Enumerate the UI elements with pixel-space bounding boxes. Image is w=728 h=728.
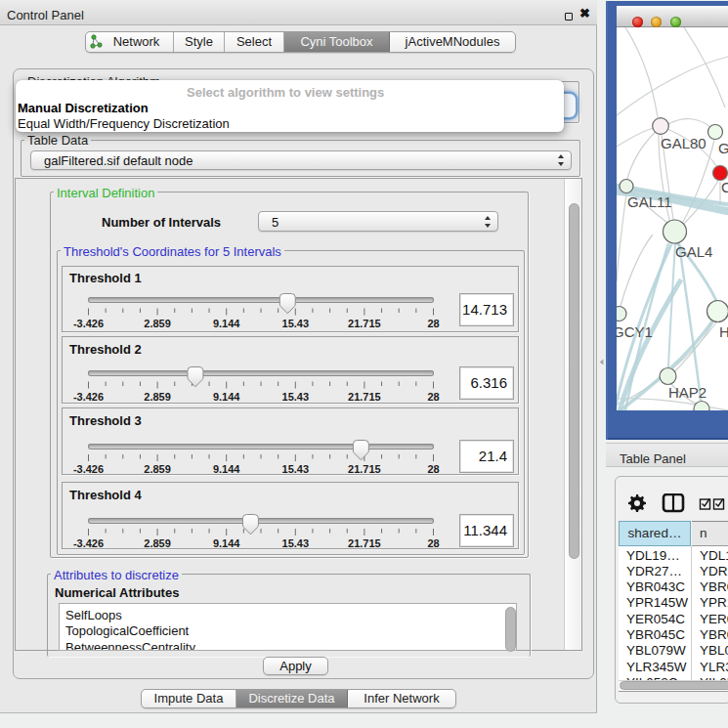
svg-text:C: C [721, 179, 728, 195]
svg-text:GA: GA [718, 140, 728, 156]
svg-text:HAP2: HAP2 [668, 384, 707, 401]
svg-text:GCY1: GCY1 [617, 323, 653, 340]
svg-text:HA: HA [719, 323, 728, 340]
svg-text:GAL4: GAL4 [675, 243, 712, 260]
svg-text:GAL80: GAL80 [661, 135, 707, 151]
svg-text:GAL11: GAL11 [627, 193, 672, 210]
